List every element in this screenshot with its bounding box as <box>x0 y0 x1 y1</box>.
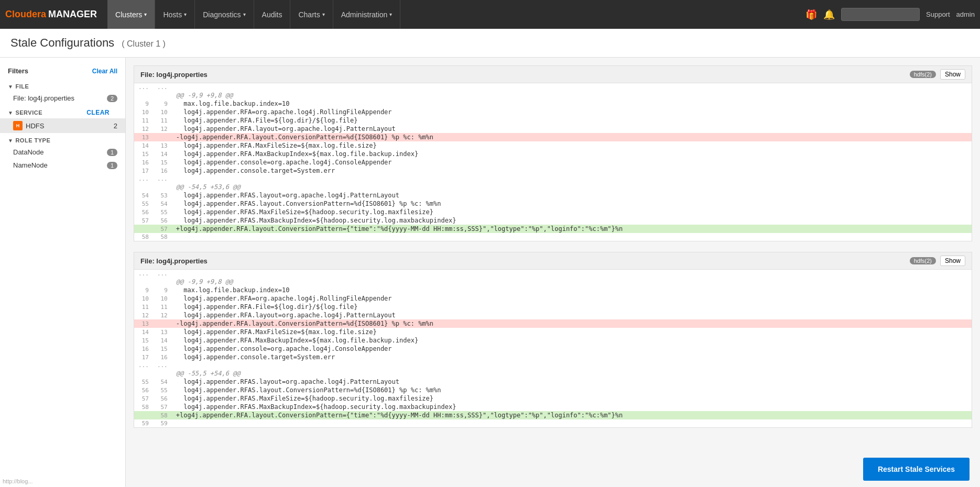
diff-content <box>172 175 972 183</box>
gift-icon[interactable]: 🎁 <box>805 9 817 20</box>
nav-item-hosts[interactable]: Hosts ▾ <box>155 0 195 29</box>
collapse-icon: ▼ <box>8 138 13 143</box>
line-num-new: 16 <box>153 353 172 361</box>
table-row: 54 53 log4j.appender.RFAS.layout=org.apa… <box>134 191 972 200</box>
line-num-new: 13 <box>153 141 172 150</box>
diff-range-content: @@ -55,5 +54,6 @@ <box>172 369 972 378</box>
line-num-old: ... <box>134 361 153 369</box>
navbar: Cloudera MANAGER Clusters ▾ Hosts ▾ Diag… <box>0 0 980 29</box>
table-row: ... ... <box>134 361 972 369</box>
table-row: ... ... <box>134 270 972 278</box>
line-num-new: ... <box>153 175 172 183</box>
footer-bar: Restart Stale Services <box>853 451 980 487</box>
diff-block-block2: File: log4j.properties hdfs(2) Show ... … <box>134 252 972 428</box>
main-layout: Filters Clear All ▼ FILE File: log4j.pro… <box>0 58 980 487</box>
table-row: 13 -log4j.appender.RFA.layout.Conversion… <box>134 133 972 141</box>
line-num-new: 9 <box>153 99 172 108</box>
table-row: 13 -log4j.appender.RFA.layout.Conversion… <box>134 319 972 328</box>
diff-content <box>172 83 972 91</box>
diff-header-block1: File: log4j.properties hdfs(2) Show <box>134 66 972 83</box>
page-header: Stale Configurations ( Cluster 1 ) <box>0 29 980 58</box>
bell-icon[interactable]: 🔔 <box>823 9 835 20</box>
diff-content: log4j.appender.RFA.MaxFileSize=${max.log… <box>172 141 972 150</box>
line-num-new: 59 <box>153 419 172 427</box>
table-row: 16 15 log4j.appender.console=org.apache.… <box>134 158 972 167</box>
table-row: 57 +log4j.appender.RFA.layout.Conversion… <box>134 225 972 233</box>
line-num-old: 56 <box>134 208 153 216</box>
diff-content: -log4j.appender.RFA.layout.ConversionPat… <box>172 133 972 141</box>
sidebar: Filters Clear All ▼ FILE File: log4j.pro… <box>0 58 126 487</box>
nav-item-audits[interactable]: Audits <box>254 0 291 29</box>
line-num-new <box>153 319 172 328</box>
line-num-old: ... <box>134 83 153 91</box>
file-item[interactable]: File: log4j.properties 2 <box>0 92 125 105</box>
line-num-new: ... <box>153 361 172 369</box>
line-num-old: 55 <box>134 200 153 208</box>
diff-file-name: File: log4j.properties <box>140 71 208 79</box>
url-hint: http://blog... <box>3 478 32 484</box>
line-num-old <box>134 369 153 378</box>
admin-menu[interactable]: admin <box>956 10 975 18</box>
diff-content: log4j.appender.RFA=org.apache.log4j.Roll… <box>172 108 972 116</box>
line-num-old: 59 <box>134 419 153 427</box>
diff-content: +log4j.appender.RFA.layout.ConversionPat… <box>172 225 972 233</box>
diff-content: -log4j.appender.RFA.layout.ConversionPat… <box>172 319 972 328</box>
line-num-new <box>153 133 172 141</box>
show-button[interactable]: Show <box>940 69 965 80</box>
line-num-old: 58 <box>134 233 153 241</box>
line-num-new: 9 <box>153 286 172 294</box>
line-num-new: 12 <box>153 125 172 133</box>
table-row: 11 11 log4j.appender.RFA.File=${log.dir}… <box>134 303 972 311</box>
line-num-new: 15 <box>153 345 172 353</box>
chevron-down-icon: ▾ <box>144 12 147 17</box>
table-row: 58 58 <box>134 233 972 241</box>
table-row: 15 14 log4j.appender.RFA.MaxBackupIndex=… <box>134 336 972 345</box>
hdfs-icon: H <box>13 121 23 130</box>
diff-content: max.log.file.backup.index=10 <box>172 286 972 294</box>
line-num-new: 53 <box>153 191 172 200</box>
clear-all-link[interactable]: Clear All <box>92 68 117 75</box>
line-num-new: 54 <box>153 200 172 208</box>
line-num-new: 58 <box>153 411 172 419</box>
line-num-new <box>153 183 172 191</box>
nav-item-diagnostics[interactable]: Diagnostics ▾ <box>195 0 254 29</box>
line-num-new: 57 <box>153 403 172 411</box>
table-row: @@ -55,5 +54,6 @@ <box>134 369 972 378</box>
diff-range-content: @@ -9,9 +9,8 @@ <box>172 91 972 99</box>
line-num-old: 16 <box>134 158 153 167</box>
diff-content: log4j.appender.RFA=org.apache.log4j.Roll… <box>172 294 972 303</box>
diff-content: log4j.appender.RFAS.MaxFileSize=${hadoop… <box>172 208 972 216</box>
hdfs-service-item[interactable]: H HDFS 2 <box>0 118 125 133</box>
line-num-new: 13 <box>153 328 172 336</box>
line-num-old <box>134 91 153 99</box>
table-row: 12 12 log4j.appender.RFA.layout=org.apac… <box>134 125 972 133</box>
nav-item-charts[interactable]: Charts ▾ <box>290 0 333 29</box>
line-num-old: 15 <box>134 336 153 345</box>
search-input[interactable] <box>841 8 920 21</box>
line-num-old: 55 <box>134 378 153 386</box>
support-link[interactable]: Support <box>926 10 950 18</box>
table-row: 14 13 log4j.appender.RFA.MaxFileSize=${m… <box>134 328 972 336</box>
role-item-namenode[interactable]: NameNode 1 <box>0 159 125 172</box>
diff-header-right: hdfs(2) Show <box>910 256 965 266</box>
line-num-new: 14 <box>153 336 172 345</box>
diff-content <box>172 270 972 278</box>
service-section-title: ▼ SERVICE Clear <box>0 105 125 118</box>
chevron-down-icon: ▾ <box>184 12 187 17</box>
restart-stale-services-button[interactable]: Restart Stale Services <box>863 458 970 481</box>
show-button[interactable]: Show <box>940 256 965 266</box>
line-num-old: 10 <box>134 108 153 116</box>
line-num-old: 14 <box>134 328 153 336</box>
line-num-old: 12 <box>134 125 153 133</box>
nav-item-administration[interactable]: Administration ▾ <box>333 0 401 29</box>
diff-content: log4j.appender.RFAS.MaxBackupIndex=${had… <box>172 216 972 225</box>
line-num-new: 10 <box>153 294 172 303</box>
nav-item-clusters[interactable]: Clusters ▾ <box>107 0 155 29</box>
role-item-datanode[interactable]: DataNode 1 <box>0 146 125 159</box>
table-row: 10 10 log4j.appender.RFA=org.apache.log4… <box>134 108 972 116</box>
line-num-new: 11 <box>153 303 172 311</box>
nav-items: Clusters ▾ Hosts ▾ Diagnostics ▾ Audits … <box>107 0 805 29</box>
service-clear-link[interactable]: Clear <box>73 108 117 117</box>
diff-file-name: File: log4j.properties <box>140 257 208 265</box>
table-row: ... ... <box>134 83 972 91</box>
